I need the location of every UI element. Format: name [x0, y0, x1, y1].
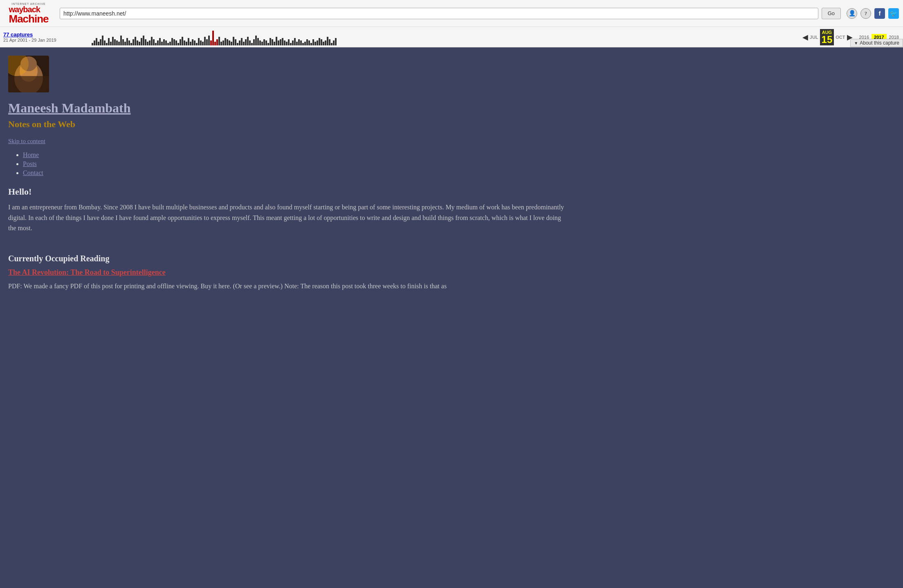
timeline-bar	[206, 39, 208, 45]
timeline-bar	[210, 40, 212, 45]
month-nav: ◀ JUL AUG 15 OCT ▶	[800, 27, 855, 47]
reading-description: PDF: We made a fancy PDF of this post fo…	[8, 281, 895, 292]
timeline-bar	[314, 42, 316, 45]
captures-info: 77 captures 21 Apr 2001 - 29 Jan 2019	[0, 27, 90, 47]
timeline-bar	[100, 39, 101, 45]
timeline-bar	[243, 42, 245, 45]
date-badge: 15	[822, 35, 833, 45]
nav-item-contact: Contact	[23, 169, 895, 177]
timeline-bar	[306, 39, 308, 45]
timeline-bar	[200, 40, 202, 45]
timeline-bar	[251, 43, 253, 45]
timeline-bar	[308, 40, 310, 45]
timeline-bar	[288, 39, 290, 45]
skip-to-content-link[interactable]: Skip to content	[8, 138, 895, 145]
timeline-bar	[151, 37, 153, 45]
prev-arrow[interactable]: ◀	[802, 33, 808, 42]
wayback-logo-area[interactable]: INTERNET ARCHIVE wayback Machine	[4, 2, 53, 24]
hello-heading: Hello!	[8, 186, 895, 197]
chevron-down-icon: ▼	[854, 41, 858, 45]
timeline-bar	[294, 38, 296, 45]
timeline-bar	[120, 36, 122, 45]
timeline-bar	[235, 39, 236, 45]
timeline-bar	[104, 40, 106, 45]
timeline-bar	[329, 39, 330, 45]
timeline-bar	[126, 38, 128, 45]
reading-heading: Currently Occupied Reading	[8, 254, 895, 263]
timeline-bar	[112, 37, 114, 45]
site-tagline: Notes on the Web	[8, 119, 895, 130]
timeline-bar	[124, 42, 126, 45]
timeline-bar	[163, 39, 165, 45]
timeline-bar	[204, 37, 206, 45]
timeline-bar	[284, 40, 285, 45]
timeline-bar	[155, 43, 157, 45]
timeline-bar	[225, 38, 226, 45]
timeline-bar	[106, 43, 108, 45]
timeline-bar	[333, 40, 335, 45]
reading-link[interactable]: The AI Revolution: The Road to Superinte…	[8, 268, 895, 277]
facebook-icon[interactable]: f	[874, 8, 885, 19]
timeline-bar	[118, 42, 120, 45]
timeline-bar	[261, 42, 263, 45]
timeline-bar	[137, 40, 138, 45]
timeline-bar	[229, 40, 230, 45]
month-aug[interactable]: AUG 15	[820, 29, 834, 45]
timeline-bar	[325, 40, 326, 45]
captures-date: 21 Apr 2001 - 29 Jan 2019	[3, 38, 85, 43]
timeline-bar	[298, 39, 300, 45]
nav-link-home[interactable]: Home	[23, 151, 39, 158]
oct-label: OCT	[836, 35, 845, 40]
timeline-bar	[188, 38, 189, 45]
timeline-bar	[292, 40, 294, 45]
timeline-bar	[159, 38, 161, 45]
timeline-bar	[302, 43, 304, 45]
intro-text: I am an entrepreneur from Bombay. Since …	[8, 202, 564, 233]
help-icon[interactable]: ?	[860, 8, 871, 19]
timeline-bar	[145, 39, 146, 45]
timeline-bar	[108, 38, 110, 45]
timeline-bar	[214, 42, 216, 45]
user-icon[interactable]: 👤	[847, 8, 857, 19]
timeline-bar	[139, 42, 140, 45]
timeline-bar	[249, 40, 251, 45]
timeline-bar	[165, 40, 167, 45]
url-input[interactable]	[60, 8, 818, 19]
wayback-toolbar: INTERNET ARCHIVE wayback Machine Go 👤 ? …	[0, 0, 903, 47]
timeline-bar	[321, 39, 322, 45]
timeline-bar	[98, 42, 99, 45]
timeline-bar	[282, 38, 283, 45]
site-title[interactable]: Maneesh Madambath	[8, 101, 895, 116]
timeline-bar	[253, 39, 255, 45]
month-jul[interactable]: JUL	[810, 35, 818, 40]
main-content: Maneesh Madambath Notes on the Web Skip …	[0, 47, 903, 307]
timeline-bar	[265, 40, 267, 45]
timeline-bar	[255, 36, 257, 45]
about-capture-button[interactable]: ▼ About this capture	[850, 39, 903, 47]
captures-link[interactable]: 77 captures	[3, 31, 85, 38]
timeline-bar	[237, 43, 238, 45]
timeline-bar	[259, 40, 261, 45]
timeline-bar	[147, 42, 148, 45]
timeline-bar	[290, 43, 292, 45]
about-capture-label: About this capture	[860, 40, 899, 46]
timeline-bar	[257, 38, 259, 45]
timeline-bar	[241, 38, 243, 45]
timeline-bar	[192, 39, 193, 45]
timeline-bar	[169, 42, 171, 45]
timeline-area	[90, 27, 800, 47]
month-oct[interactable]: OCT	[836, 35, 845, 40]
go-button[interactable]: Go	[822, 8, 841, 19]
nav-link-contact[interactable]: Contact	[23, 169, 43, 176]
timeline-bar	[196, 43, 198, 45]
nav-link-posts[interactable]: Posts	[23, 160, 37, 167]
toolbar-calendar: 77 captures 21 Apr 2001 - 29 Jan 2019 ◀ …	[0, 27, 903, 47]
timeline-bar	[194, 40, 195, 45]
timeline-bar	[133, 39, 134, 45]
nav-item-home: Home	[23, 151, 895, 159]
timeline-bar	[128, 40, 130, 45]
toolbar-icons: 👤 ? f 🐦	[847, 8, 899, 19]
timeline-bar	[245, 39, 247, 45]
timeline-bar	[278, 40, 279, 45]
twitter-icon[interactable]: 🐦	[888, 8, 899, 19]
